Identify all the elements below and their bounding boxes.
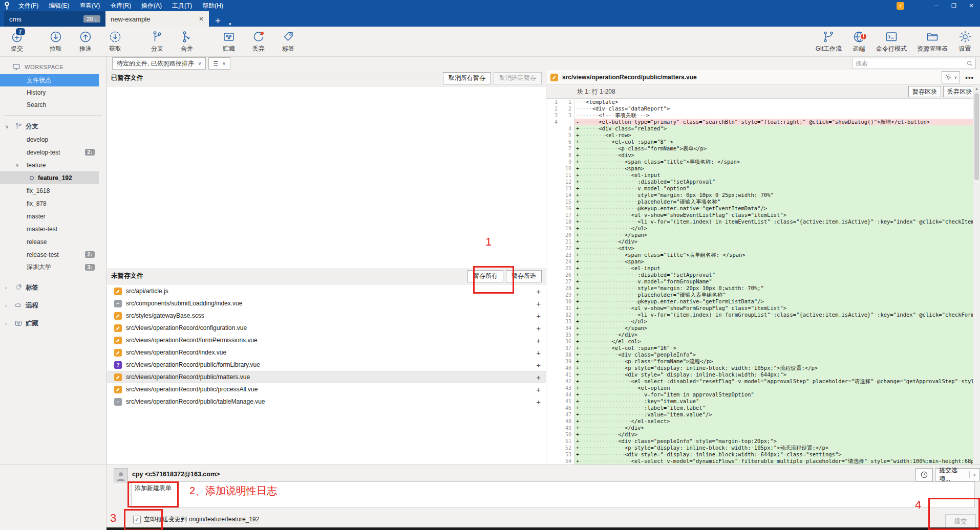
branch-item-feature_192[interactable]: feature_192: [0, 171, 99, 184]
file-row[interactable]: src/views/operationRecord/index.vue+: [107, 346, 546, 359]
close-button[interactable]: ✕: [963, 0, 980, 11]
maximize-button[interactable]: ❐: [945, 0, 963, 11]
new-line-number: 27: [560, 278, 574, 285]
discard-hunk-button[interactable]: 丢弃区块: [943, 86, 976, 97]
new-tab-button[interactable]: +: [209, 15, 227, 27]
minimize-button[interactable]: ─: [928, 0, 945, 11]
old-line-number: [546, 179, 560, 185]
branch-item-master-test[interactable]: master-test: [0, 223, 99, 235]
unstage-selected-button[interactable]: 取消选定暂存: [494, 72, 542, 84]
file-path: src/views/operationRecord/configuration.…: [126, 324, 247, 332]
notification-icon[interactable]: ⚡: [897, 2, 904, 10]
stage-file-plus-icon[interactable]: +: [536, 361, 541, 369]
stage-file-plus-icon[interactable]: +: [536, 373, 541, 381]
sidebar-item-file-status[interactable]: 文件状态: [0, 74, 99, 86]
toolbar-branch-button[interactable]: 分支: [142, 30, 172, 53]
toolbar-fetch-button[interactable]: 获取: [100, 30, 130, 53]
toolbar-stash-button[interactable]: 贮藏: [214, 30, 244, 53]
code-text: +················<ul·v-show="showEventLi…: [574, 212, 973, 218]
file-row[interactable]: −src/components/submitLoadding/index.vue…: [107, 297, 546, 310]
view-mode-dropdown[interactable]: ☰ ∨: [208, 57, 230, 70]
code-line: 12+··················:disabled="!setAppr…: [546, 179, 973, 185]
toolbar-push-button[interactable]: 推送: [71, 30, 100, 53]
file-row[interactable]: src/views/operationRecord/public/matters…: [107, 371, 546, 383]
toolbar-gitflow-button[interactable]: Git工作流: [811, 30, 847, 53]
branch-item-fix_878[interactable]: fix_878: [0, 197, 99, 210]
menu-item[interactable]: 文件(F): [13, 2, 44, 10]
toolbar-discard-button[interactable]: 丢弃: [244, 30, 273, 53]
stage-file-plus-icon[interactable]: +: [536, 386, 541, 393]
code-text: +··············<p·style="display:·inline…: [574, 445, 973, 451]
toolbar-explorer-button[interactable]: 资源管理器: [912, 30, 953, 53]
commit-message-input[interactable]: 添加新建表单: [131, 481, 975, 508]
sidebar-item-history[interactable]: History: [0, 86, 99, 99]
file-row[interactable]: ?src/views/operationRecord/public/formLi…: [107, 359, 546, 371]
branch-item-fix_1618[interactable]: fix_1618: [0, 184, 99, 197]
tab-close-icon[interactable]: ✕: [199, 15, 204, 23]
commit-options-dropdown[interactable]: 提交选项... ∨: [935, 468, 980, 481]
toolbar-remote-button[interactable]: !远端: [847, 30, 871, 53]
push-checkbox[interactable]: ✓: [133, 516, 141, 523]
old-line-number: 4: [546, 119, 560, 125]
branch-item-release-test[interactable]: release-test2↓: [0, 248, 99, 261]
file-row[interactable]: src/api/article.js+: [107, 285, 546, 297]
old-line-number: [546, 365, 560, 371]
stage-file-plus-icon[interactable]: +: [536, 337, 541, 344]
commit-button[interactable]: 提交: [945, 514, 976, 528]
toolbar-pull-button[interactable]: 拉取: [41, 30, 71, 53]
file-row[interactable]: src/views/operationRecord/formPermission…: [107, 334, 546, 346]
search-input[interactable]: [853, 60, 966, 67]
unstage-all-button[interactable]: 取消所有暂存: [443, 72, 491, 84]
code-text: +··············<div·style="·display:·inl…: [574, 451, 973, 458]
toolbar-terminal-button[interactable]: 命令行模式: [871, 30, 912, 53]
tab-new-example[interactable]: new-example ✕: [105, 11, 209, 27]
toolbar-commit-button[interactable]: 7提交: [2, 30, 32, 53]
branch-item-master[interactable]: master: [0, 210, 99, 223]
pending-files-filter-dropdown[interactable]: 待定的文件, 已依照路径排序 ∨: [112, 57, 206, 70]
more-options-icon[interactable]: •••: [965, 74, 974, 81]
sidebar-section-tag[interactable]: ›标签: [0, 281, 99, 294]
branch-item-feature[interactable]: ∨feature: [0, 159, 99, 171]
stage-file-plus-icon[interactable]: +: [536, 288, 541, 295]
commit-history-button[interactable]: [915, 468, 933, 481]
file-row[interactable]: src/views/operationRecord/public/process…: [107, 383, 546, 395]
new-line-number: 33: [560, 318, 574, 325]
file-row[interactable]: src/views/operationRecord/configuration.…: [107, 322, 546, 334]
menu-item[interactable]: 帮助(H): [197, 2, 228, 10]
diff-options-button[interactable]: ∨: [942, 71, 960, 83]
file-row[interactable]: −src/views/operationRecord/public/tableM…: [107, 395, 546, 408]
stage-selected-button[interactable]: 暂存所选: [506, 270, 542, 282]
stage-file-plus-icon[interactable]: +: [536, 398, 541, 406]
menu-item[interactable]: 编辑(E): [44, 2, 74, 10]
stage-all-button[interactable]: 暂存所有: [467, 270, 503, 282]
tab-menu-dropdown-icon[interactable]: ▾: [227, 21, 233, 27]
diff-scrollbar[interactable]: ▲: [973, 85, 980, 465]
toolbar-tag-button[interactable]: 标签: [273, 30, 303, 53]
branches-section-header[interactable]: ∨ 分支: [0, 120, 99, 133]
branch-item-release[interactable]: release: [0, 235, 99, 248]
stage-file-plus-icon[interactable]: +: [536, 312, 541, 320]
chevron-right-icon: ›: [0, 285, 14, 291]
stage-hunk-button[interactable]: 暂存区块: [908, 86, 941, 97]
menu-item[interactable]: 仓库(R): [105, 2, 136, 10]
file-row[interactable]: src/styles/gatewayBase.scss+: [107, 310, 546, 322]
stage-file-plus-icon[interactable]: +: [536, 349, 541, 357]
branch-item-develop-test[interactable]: develop-test2↓: [0, 146, 99, 159]
scrollbar-thumb[interactable]: [974, 93, 979, 180]
sidebar-section-stash[interactable]: ›贮藏: [0, 317, 99, 330]
sidebar-item-search[interactable]: Search: [0, 99, 99, 111]
menu-item[interactable]: 工具(T): [167, 2, 197, 10]
code-line: 46+····················:label="item.labe…: [546, 405, 973, 411]
sidebar-section-cloud[interactable]: ›远程: [0, 299, 99, 312]
stage-file-plus-icon[interactable]: +: [536, 324, 541, 332]
menu-item[interactable]: 查看(V): [74, 2, 105, 10]
stage-file-plus-icon[interactable]: +: [536, 300, 541, 307]
branch-item-develop[interactable]: develop: [0, 133, 99, 146]
toolbar-merge-button[interactable]: 合并: [172, 30, 202, 53]
toolbar-settings-button[interactable]: 设置: [953, 30, 977, 53]
scroll-up-icon[interactable]: ▲: [973, 85, 980, 92]
old-line-number: 2: [546, 105, 560, 112]
tab-cms[interactable]: cms 20 ↓: [4, 11, 105, 27]
menu-item[interactable]: 操作(A): [136, 2, 167, 10]
branch-item-深圳大学[interactable]: 深圳大学3↓: [0, 261, 99, 274]
